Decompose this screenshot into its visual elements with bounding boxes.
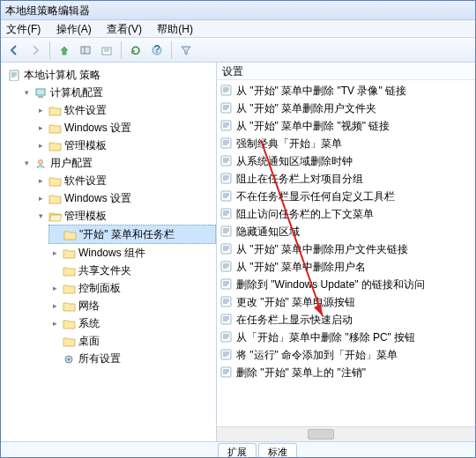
setting-row[interactable]: 从 "开始" 菜单删除用户文件夹	[217, 100, 475, 117]
tree-item[interactable]: ▸Windows 组件	[48, 244, 216, 262]
expand-icon[interactable]: ▸	[50, 301, 60, 311]
setting-icon	[220, 261, 233, 273]
tree-item[interactable]: ▸控制面板	[48, 279, 216, 297]
folder-icon	[48, 122, 62, 134]
setting-icon	[220, 120, 233, 132]
setting-row[interactable]: 从 "开始" 菜单中删除用户名	[217, 258, 475, 276]
menu-help[interactable]: 帮助(H)	[157, 23, 193, 35]
refresh-button[interactable]	[126, 41, 145, 60]
setting-icon	[220, 366, 233, 379]
expand-icon[interactable]: ▸	[36, 123, 46, 133]
setting-row[interactable]: 从 "开始" 菜单中删除 "TV 录像" 链接	[217, 82, 475, 100]
horizontal-scrollbar[interactable]	[217, 426, 475, 441]
toolbar: ?	[1, 38, 475, 63]
setting-row[interactable]: 阻止在任务栏上对项目分组	[217, 170, 475, 188]
setting-label: 强制经典「开始」菜单	[236, 135, 342, 152]
menu-action[interactable]: 操作(A)	[56, 23, 92, 35]
tab-standard[interactable]: 标准	[258, 443, 297, 458]
setting-icon	[220, 137, 233, 150]
tree-item[interactable]: ▸Windows 设置	[34, 119, 216, 137]
setting-row[interactable]: 从「开始」菜单中删除 "移除 PC" 按钮	[217, 329, 475, 346]
folder-icon	[63, 265, 76, 277]
tree-item[interactable]: ▸网络	[48, 297, 216, 314]
setting-row[interactable]: 在任务栏上显示快速启动	[217, 311, 475, 329]
collapse-icon[interactable]: ▾	[22, 88, 32, 98]
setting-icon	[220, 331, 233, 344]
setting-label: 从 "开始" 菜单删除用户文件夹	[236, 100, 376, 117]
expand-icon[interactable]: ▸	[50, 284, 60, 293]
folder-icon	[63, 247, 76, 259]
expand-icon[interactable]: ▸	[36, 106, 46, 115]
setting-row[interactable]: 从 "开始" 菜单中删除 "视频" 链接	[217, 117, 475, 135]
setting-row[interactable]: 删除到 "Windows Update" 的链接和访问	[217, 276, 475, 293]
setting-row[interactable]: 删除 "开始" 菜单上的 "注销"	[217, 364, 475, 381]
export-button[interactable]	[97, 41, 116, 60]
setting-row[interactable]: 不在任务栏显示任何自定义工具栏	[217, 188, 475, 205]
tree-root[interactable]: 本地计算机 策略	[6, 66, 216, 84]
folder-icon	[63, 283, 76, 294]
help-button[interactable]: ?	[147, 41, 167, 60]
menu-file[interactable]: 文件(F)	[6, 23, 41, 35]
setting-row[interactable]: 将 "运行" 命令添加到「开始」菜单	[217, 346, 475, 364]
forward-button[interactable]	[26, 41, 45, 60]
expand-icon[interactable]: ▸	[36, 141, 46, 151]
up-button[interactable]	[55, 41, 74, 60]
setting-row[interactable]: 更改 "开始" 菜单电源按钮	[217, 293, 475, 311]
svg-text:?: ?	[154, 44, 160, 55]
settings-pane: 设置 从 "开始" 菜单中删除 "TV 录像" 链接从 "开始" 菜单删除用户文…	[217, 63, 475, 441]
setting-row[interactable]: 阻止访问任务栏的上下文菜单	[217, 205, 475, 223]
setting-label: 删除到 "Windows Update" 的链接和访问	[236, 276, 425, 293]
setting-label: 从「开始」菜单中删除 "移除 PC" 按钮	[236, 329, 415, 346]
tree-pane[interactable]: 本地计算机 策略 ▾ 计算机配置 ▸软件设置 ▸Windows 设置 ▸管理模板	[1, 63, 217, 441]
setting-icon	[220, 85, 233, 97]
column-header-setting[interactable]: 设置	[217, 63, 475, 80]
tree-user-config[interactable]: ▾ 用户配置	[20, 154, 216, 172]
tree-item[interactable]: ▸Windows 设置	[34, 189, 216, 207]
tree-computer-config[interactable]: ▾ 计算机配置	[20, 84, 216, 101]
setting-label: 从系统通知区域删除时钟	[236, 152, 353, 170]
folder-open-icon	[48, 211, 62, 222]
tree-item[interactable]: ▸管理模板	[34, 137, 216, 154]
tree-start-taskbar[interactable]: "开始" 菜单和任务栏	[48, 225, 216, 244]
setting-icon	[220, 243, 233, 255]
setting-row[interactable]: 强制经典「开始」菜单	[217, 135, 475, 152]
collapse-icon[interactable]: ▾	[22, 159, 32, 168]
menu-view[interactable]: 查看(V)	[107, 23, 142, 35]
expand-icon[interactable]: ▸	[50, 319, 60, 329]
folder-icon	[48, 193, 62, 204]
window-title: 本地组策略编辑器	[5, 4, 90, 17]
tree-item[interactable]: ▸系统	[48, 314, 216, 332]
setting-row[interactable]: 从系统通知区域删除时钟	[217, 152, 475, 170]
expand-icon[interactable]: ▸	[50, 248, 60, 258]
setting-icon	[220, 278, 233, 291]
tab-extended[interactable]: 扩展	[218, 443, 257, 458]
folder-icon	[63, 229, 77, 240]
tree-admin-templates[interactable]: ▾管理模板	[34, 207, 216, 225]
back-button[interactable]	[4, 41, 24, 60]
collapse-icon[interactable]: ▾	[36, 211, 46, 221]
setting-row[interactable]: 从 "开始" 菜单中删除用户文件夹链接	[217, 240, 475, 258]
expand-icon[interactable]: ▸	[36, 194, 46, 203]
tree-all-settings[interactable]: 所有设置	[48, 350, 216, 367]
scrollbar-thumb[interactable]	[308, 429, 334, 440]
setting-icon	[220, 190, 233, 203]
folder-icon	[48, 175, 62, 187]
setting-label: 阻止在任务栏上对项目分组	[236, 170, 363, 188]
policy-icon	[8, 70, 21, 81]
show-hide-button[interactable]	[76, 41, 95, 60]
tree-item[interactable]: ▸软件设置	[34, 172, 216, 189]
setting-label: 在任务栏上显示快速启动	[236, 311, 353, 329]
tree-item[interactable]: 共享文件夹	[48, 262, 216, 279]
tree-item[interactable]: 桌面	[48, 332, 216, 350]
setting-label: 将 "运行" 命令添加到「开始」菜单	[236, 346, 398, 364]
expand-icon[interactable]: ▸	[36, 176, 46, 186]
setting-row[interactable]: 隐藏通知区域	[217, 223, 475, 240]
setting-label: 隐藏通知区域	[236, 223, 300, 240]
bottom-tabs: 扩展 标准	[1, 441, 475, 458]
tree-item[interactable]: ▸软件设置	[34, 101, 216, 119]
setting-icon	[220, 155, 233, 167]
settings-list[interactable]: 从 "开始" 菜单中删除 "TV 录像" 链接从 "开始" 菜单删除用户文件夹从…	[217, 80, 475, 426]
svg-rect-10	[38, 96, 43, 98]
window-titlebar: 本地组策略编辑器	[1, 1, 475, 20]
filter-button[interactable]	[176, 41, 196, 60]
